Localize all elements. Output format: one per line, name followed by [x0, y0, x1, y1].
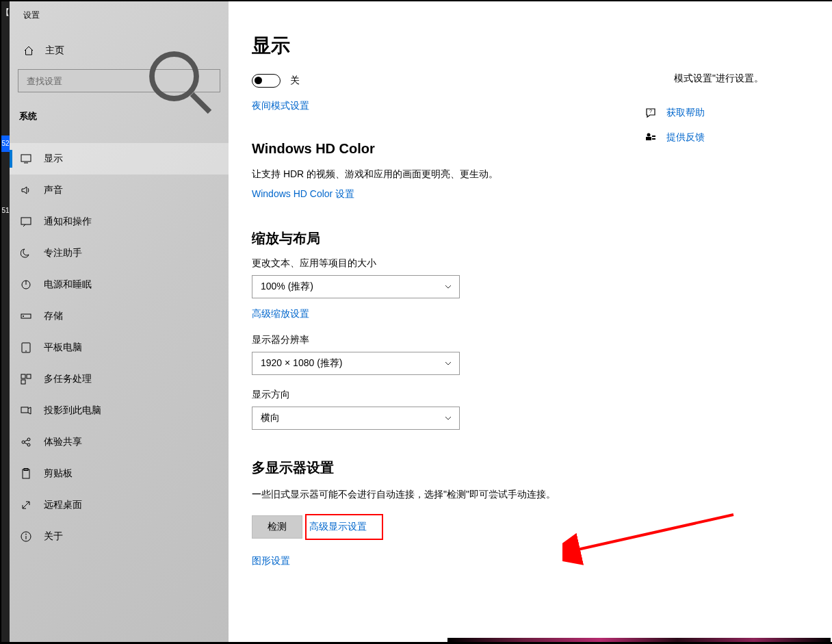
storage-icon [21, 311, 31, 322]
multitask-icon [21, 374, 31, 385]
svg-rect-33 [652, 136, 655, 137]
nav-list: 显示 声音 通知和操作 专注助手 电源和睡眠 [10, 143, 229, 552]
settings-window: 设置 主页 系统 显示 声音 [10, 1, 832, 642]
nav-notifications[interactable]: 通知和操作 [10, 206, 229, 237]
remote-icon [21, 500, 31, 511]
svg-text:?: ? [649, 109, 652, 114]
hdcolor-settings-link[interactable]: Windows HD Color 设置 [252, 188, 832, 201]
help-icon: ? [645, 107, 657, 119]
nav-power[interactable]: 电源和睡眠 [10, 269, 229, 300]
nav-label: 多任务处理 [44, 373, 92, 385]
nav-label: 通知和操作 [44, 216, 92, 228]
orientation-label: 显示方向 [252, 389, 832, 401]
power-icon [21, 279, 31, 290]
nav-label: 关于 [44, 530, 63, 543]
nav-label: 专注助手 [44, 247, 82, 259]
orientation-value: 横向 [261, 412, 280, 424]
monitor-icon [21, 153, 31, 164]
nav-label: 存储 [44, 310, 63, 322]
nav-label: 电源和睡眠 [44, 279, 92, 291]
nav-display[interactable]: 显示 [10, 143, 229, 175]
svg-rect-17 [21, 380, 25, 384]
main-content: 显示 模式设置"进行设置。 夜间模式 关 夜间模式设置 Windows HD C… [229, 1, 832, 642]
feedback-icon [645, 131, 657, 144]
app-title: 设置 [10, 1, 229, 21]
scale-heading: 缩放与布局 [252, 229, 832, 248]
chevron-down-icon [444, 359, 452, 368]
multi-heading: 多显示器设置 [252, 459, 832, 477]
detect-button[interactable]: 检测 [252, 515, 302, 539]
nav-clipboard[interactable]: 剪贴板 [10, 458, 229, 489]
clipboard-icon [21, 468, 31, 479]
sidebar: 设置 主页 系统 显示 声音 [10, 1, 229, 642]
hdcolor-desc: 让支持 HDR 的视频、游戏和应用的画面更明亮、更生动。 [252, 166, 832, 183]
get-help-label: 获取帮助 [666, 107, 705, 119]
nav-label: 体验共享 [44, 436, 82, 448]
svg-point-21 [27, 443, 30, 446]
nav-label: 平板电脑 [44, 342, 82, 354]
nav-label: 投影到此电脑 [44, 404, 101, 417]
share-icon [21, 437, 31, 448]
svg-point-20 [27, 438, 30, 441]
nav-remote[interactable]: 远程桌面 [10, 489, 229, 521]
search-input[interactable] [25, 75, 143, 87]
moon-icon [21, 248, 31, 259]
chevron-down-icon [444, 283, 452, 291]
svg-point-19 [22, 441, 25, 443]
tablet-icon [21, 342, 31, 353]
feedback-link[interactable]: 提供反馈 [645, 131, 809, 144]
search-box[interactable] [18, 69, 220, 92]
info-icon [21, 531, 31, 542]
home-label: 主页 [45, 44, 64, 57]
svg-line-5 [192, 94, 210, 112]
strip-tag2: 51 [1, 204, 10, 218]
multi-desc: 一些旧式显示器可能不会进行自动连接，选择"检测"即可尝试手动连接。 [252, 487, 832, 503]
notification-icon [21, 216, 31, 227]
nav-shared[interactable]: 体验共享 [10, 426, 229, 458]
nav-tablet[interactable]: 平板电脑 [10, 332, 229, 363]
nav-project[interactable]: 投影到此电脑 [10, 395, 229, 426]
get-help-link[interactable]: ? 获取帮助 [645, 107, 809, 119]
feedback-label: 提供反馈 [666, 131, 705, 144]
night-mode-toggle[interactable] [252, 74, 281, 88]
text-size-select[interactable]: 100% (推荐) [252, 275, 460, 298]
nav-label: 声音 [44, 184, 63, 196]
orientation-select[interactable]: 横向 [252, 407, 460, 430]
page-title: 显示 [229, 1, 832, 59]
home-icon [23, 45, 34, 56]
resolution-value: 1920 × 1080 (推荐) [261, 357, 342, 370]
svg-rect-34 [652, 138, 655, 140]
text-size-label: 更改文本、应用等项目的大小 [252, 257, 832, 270]
svg-point-29 [26, 534, 27, 534]
highlight-annotation: 高级显示设置 [305, 514, 383, 540]
strip-tag: 52 [1, 136, 10, 152]
nav-storage[interactable]: 存储 [10, 300, 229, 332]
svg-point-12 [23, 315, 23, 316]
nav-sound[interactable]: 声音 [10, 175, 229, 206]
svg-line-22 [25, 440, 27, 441]
advanced-display-link[interactable]: 高级显示设置 [309, 521, 367, 532]
text-size-value: 100% (推荐) [261, 281, 313, 293]
graphics-settings-link[interactable]: 图形设置 [252, 555, 290, 566]
nav-focus[interactable]: 专注助手 [10, 237, 229, 269]
nav-multitask[interactable]: 多任务处理 [10, 363, 229, 395]
strip-top: 【 [1, 7, 10, 18]
aside: ? 获取帮助 提供反馈 [645, 67, 809, 156]
external-strip: 【 52 51 [1, 1, 10, 642]
nav-label: 剪贴板 [44, 467, 73, 480]
resolution-select[interactable]: 1920 × 1080 (推荐) [252, 352, 460, 375]
project-icon [21, 405, 31, 416]
svg-rect-16 [27, 374, 31, 378]
advanced-scale-link[interactable]: 高级缩放设置 [252, 308, 832, 320]
svg-point-31 [647, 133, 651, 137]
svg-point-4 [152, 54, 196, 99]
bottom-decoration [447, 638, 831, 642]
svg-line-23 [25, 443, 27, 444]
chevron-down-icon [444, 414, 452, 422]
nav-label: 显示 [44, 153, 63, 165]
svg-rect-18 [21, 407, 28, 413]
svg-line-26 [23, 502, 29, 508]
svg-rect-32 [646, 137, 651, 140]
svg-rect-15 [21, 374, 25, 378]
nav-about[interactable]: 关于 [10, 521, 229, 552]
